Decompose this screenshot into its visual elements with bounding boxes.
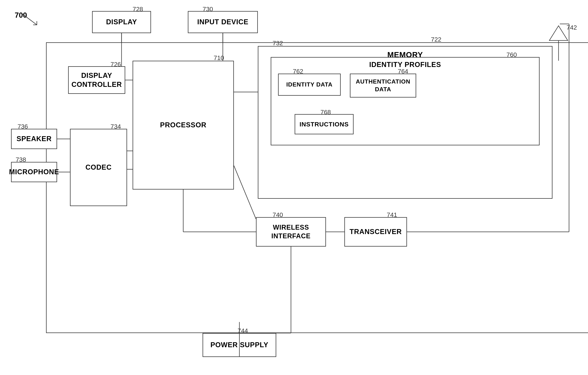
display-box: DISPLAY: [92, 11, 151, 33]
instructions-label: INSTRUCTIONS: [300, 120, 349, 128]
microphone-box: MICROPHONE: [11, 162, 57, 182]
antenna: [547, 24, 570, 61]
ref-738: 738: [16, 156, 26, 163]
figure-number: 700: [15, 11, 27, 19]
diagram: 700 722 DISPLAY 728 INPUT DEVICE 730 DIS…: [0, 0, 588, 375]
ref-742: 742: [567, 24, 577, 31]
ref-710: 710: [214, 54, 224, 61]
codec-label: CODEC: [85, 163, 112, 172]
processor-label: PROCESSOR: [160, 121, 206, 130]
ref-740: 740: [273, 211, 283, 218]
display-controller-label: DISPLAYCONTROLLER: [72, 71, 122, 89]
wireless-interface-label: WIRELESSINTERFACE: [271, 223, 310, 241]
transceiver-label: TRANSCEIVER: [349, 227, 402, 236]
speaker-label: SPEAKER: [17, 134, 52, 143]
identity-data-label: IDENTITY DATA: [286, 81, 332, 89]
display-controller-box: DISPLAYCONTROLLER: [68, 66, 125, 94]
authentication-data-label: AUTHENTICATIONDATA: [356, 78, 410, 93]
transceiver-box: TRANSCEIVER: [344, 217, 407, 247]
ref-736: 736: [18, 123, 28, 130]
authentication-data-box: AUTHENTICATIONDATA: [350, 74, 416, 98]
speaker-box: SPEAKER: [11, 129, 57, 149]
input-device-label: INPUT DEVICE: [197, 18, 248, 27]
ref-764: 764: [398, 68, 408, 75]
codec-box: CODEC: [70, 129, 127, 206]
display-label: DISPLAY: [106, 18, 137, 27]
power-supply-box: POWER SUPPLY: [203, 333, 276, 357]
identity-data-box: IDENTITY DATA: [278, 74, 341, 96]
input-device-box: INPUT DEVICE: [188, 11, 258, 33]
ref-726: 726: [110, 61, 121, 68]
microphone-label: MICROPHONE: [9, 167, 59, 176]
ref-732: 732: [273, 40, 283, 47]
ref-728: 728: [133, 6, 143, 13]
processor-box: PROCESSOR: [133, 61, 234, 190]
ref-760: 760: [506, 51, 517, 58]
ref-741: 741: [387, 211, 397, 218]
ref-744: 744: [238, 327, 248, 334]
wireless-interface-box: WIRELESSINTERFACE: [256, 217, 326, 247]
svg-marker-1: [549, 26, 568, 41]
ref-768: 768: [320, 109, 331, 116]
instructions-box: INSTRUCTIONS: [295, 114, 354, 134]
power-supply-label: POWER SUPPLY: [210, 340, 269, 349]
ref-730: 730: [203, 6, 213, 13]
ref-722: 722: [431, 36, 441, 43]
ref-762: 762: [293, 68, 303, 75]
ref-734: 734: [110, 123, 121, 130]
